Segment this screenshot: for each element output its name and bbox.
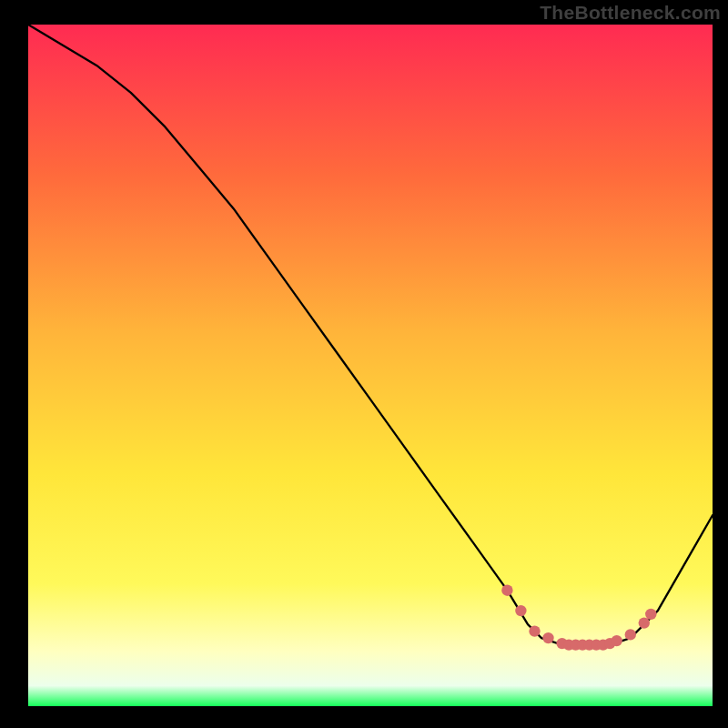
valley-dot [639,617,650,628]
valley-dot [501,585,512,596]
valley-dot [645,609,656,620]
valley-dot [515,605,526,616]
plot-area [28,25,713,706]
watermark-text: TheBottleneck.com [540,2,721,24]
valley-dot [542,632,553,643]
chart-svg [0,0,728,728]
chart-stage: TheBottleneck.com [0,0,728,728]
valley-dot [625,629,636,640]
valley-dot [612,635,622,646]
valley-dot [529,625,540,636]
